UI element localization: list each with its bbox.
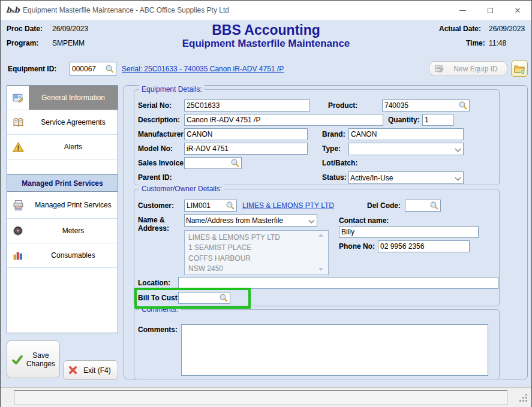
comments-label: Comments: [138, 325, 178, 334]
equipment-details-group: Equipment Details: Serial No: Product: D… [134, 89, 500, 185]
sidebar-section-header: Managed Print Services [7, 174, 118, 192]
type-label: Type: [322, 144, 341, 153]
folder-add-icon [513, 63, 525, 75]
address-display[interactable]: LIMES & LEMONS PTY LTD 1 SEAMIST PLACE C… [184, 230, 329, 275]
bill-to-cust-field [178, 292, 230, 304]
sidebar-item-label: General Information [29, 86, 118, 110]
save-changes-button[interactable]: Save Changes [7, 340, 60, 378]
printer-icon [13, 200, 24, 211]
sidebar-item-alerts[interactable]: Alerts [7, 135, 118, 159]
description-input[interactable] [184, 114, 383, 126]
sidebar-item-service-agreements[interactable]: Service Agreements [7, 110, 118, 135]
equipment-id-input[interactable] [70, 65, 105, 73]
maximize-button[interactable] [476, 1, 504, 20]
serial-link[interactable]: Serial: 25C01633 - 740035 Canon iR-ADV 4… [122, 65, 284, 73]
bill-to-cust-input[interactable] [179, 294, 219, 302]
magnifier-icon[interactable] [429, 201, 439, 210]
close-button[interactable]: ✕ [504, 1, 531, 20]
phone-no-input[interactable] [378, 240, 470, 252]
name-address-label: Name & Address: [138, 216, 169, 233]
sidebar-item-label: Alerts [29, 135, 118, 159]
sidebar-item-managed-print-services[interactable]: Managed Print Services [7, 192, 118, 219]
manufacturer-input[interactable] [184, 128, 308, 140]
customer-details-legend: Customer/Owner Details: [139, 185, 224, 193]
product-field [382, 100, 470, 111]
del-code-input[interactable] [405, 201, 429, 210]
exit-label: Exit (F4) [81, 366, 113, 375]
brand-label: Brand: [322, 130, 345, 138]
sidebar-item-label: Consumables [29, 243, 118, 267]
contact-name-input[interactable] [339, 226, 479, 238]
save-check-icon [11, 352, 23, 367]
del-code-label: Del Code: [367, 201, 401, 210]
equipment-details-legend: Equipment Details: [139, 85, 205, 94]
customer-name-link[interactable]: LIMES & LEMONS PTY LTD [242, 201, 334, 210]
magnifier-icon[interactable] [219, 293, 229, 303]
lot-batch-label: Lot/Batch: [322, 159, 357, 167]
new-equip-id-button[interactable]: New Equip ID [429, 61, 507, 76]
close-icon: ✕ [515, 7, 521, 14]
app-icon: bsb [6, 5, 18, 16]
type-select[interactable] [348, 143, 464, 155]
bill-to-cust-label: Bill To Cust: [138, 294, 180, 302]
sales-invoice-input[interactable] [185, 159, 230, 167]
brand-input[interactable] [348, 128, 464, 140]
customer-label: Customer: [138, 201, 174, 210]
quantity-input[interactable] [422, 114, 453, 126]
magnifier-icon[interactable] [230, 158, 240, 168]
description-label: Description: [138, 116, 180, 124]
status-label: Status: [322, 173, 347, 182]
scroll-up-icon[interactable] [318, 234, 323, 237]
serial-no-input[interactable] [184, 100, 310, 111]
product-input[interactable] [383, 101, 458, 110]
serial-no-label: Serial No: [138, 101, 172, 110]
service-agreements-icon [13, 117, 24, 128]
sidebar-item-consumables[interactable]: Consumables [7, 243, 118, 268]
title-bar[interactable]: bsb Equipment Masterfile Maintenance - A… [1, 1, 531, 20]
open-equipment-button[interactable] [511, 61, 528, 77]
customer-input[interactable] [185, 201, 226, 210]
status-select[interactable]: Active/In-Use [348, 171, 464, 184]
del-code-field [405, 200, 441, 212]
model-no-input[interactable] [184, 143, 308, 155]
model-no-label: Model No: [138, 144, 173, 153]
consumables-icon [13, 250, 23, 261]
status-bar [1, 387, 531, 407]
sidebar-item-general-information[interactable]: General Information [7, 86, 118, 110]
magnifier-icon[interactable] [105, 64, 115, 74]
sidebar-item-label: Meters [29, 219, 118, 243]
window-title: Equipment Masterfile Maintenance - ABC O… [23, 6, 449, 14]
comments-legend: Comments: [139, 305, 181, 313]
alert-icon [13, 141, 24, 153]
exit-button[interactable]: Exit (F4) [63, 360, 118, 380]
magnifier-icon[interactable] [458, 101, 468, 110]
new-equip-id-label: New Equip ID [449, 65, 502, 73]
sidebar-item-meters[interactable]: Meters [7, 219, 118, 243]
manufacturer-label: Manufacturer: [138, 130, 186, 138]
meter-icon [13, 225, 23, 236]
sales-invoice-field [184, 157, 242, 169]
location-input[interactable] [178, 277, 498, 289]
product-label: Product: [328, 101, 357, 110]
phone-no-label: Phone No: [339, 242, 375, 251]
status-message-area [14, 390, 507, 405]
contact-name-label: Contact name: [339, 216, 389, 225]
scroll-down-icon[interactable] [318, 268, 323, 271]
maximize-icon [488, 8, 493, 13]
sidebar: General Information Service Agreements A… [7, 85, 118, 333]
minimize-icon [459, 10, 466, 11]
general-information-icon [13, 92, 24, 104]
content-panel: Equipment Details: Serial No: Product: D… [124, 85, 528, 379]
address-source-select[interactable]: Name/Address from Masterfile [184, 214, 317, 227]
exit-x-icon [68, 365, 78, 375]
comments-textarea[interactable] [181, 324, 488, 376]
screen-title: Equipment Masterfile Maintenance [1, 38, 531, 50]
magnifier-icon[interactable] [226, 201, 235, 210]
sales-invoice-label: Sales Invoice: [138, 159, 186, 167]
customer-field [184, 200, 237, 212]
minimize-button[interactable] [449, 1, 476, 20]
resize-grip[interactable] [525, 400, 527, 402]
comments-group: Comments: Comments: [134, 309, 500, 379]
location-label: Location: [138, 279, 170, 287]
sidebar-item-label: Service Agreements [29, 110, 118, 134]
